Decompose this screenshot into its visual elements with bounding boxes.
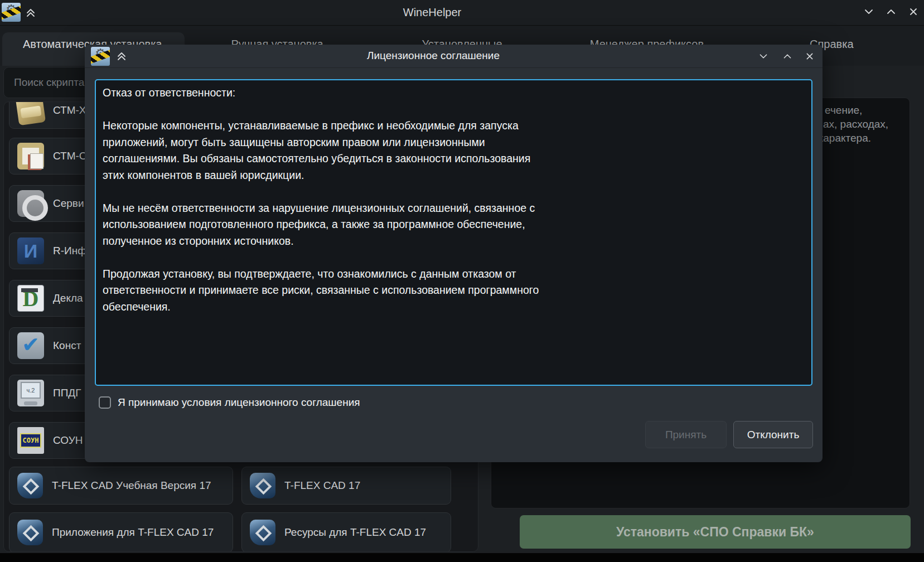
description-fragment: характера. <box>818 132 871 144</box>
window-title: WineHelper <box>403 6 461 19</box>
minimize-button[interactable] <box>862 4 876 19</box>
checkmark-monitor-icon: ✔ <box>17 332 44 359</box>
install-spo-spravki-bk-button[interactable]: Установить «СПО Справки БК» <box>520 515 911 549</box>
desktop-strip <box>0 553 924 562</box>
letter-i-icon: И <box>17 238 44 264</box>
accept-terms-label: Я принимаю условия лицензионного соглаше… <box>118 396 360 409</box>
dialog-minimize-button[interactable] <box>757 50 770 63</box>
dialog-title: Лицензионное соглашение <box>367 50 500 62</box>
winehelper-window: ⚙ WineHelper Автоматическая установка Ру… <box>0 0 924 562</box>
tflex-logo-icon <box>250 473 275 498</box>
license-text: Отказ от ответственности: Некоторые комп… <box>103 85 805 315</box>
maximize-button[interactable] <box>884 4 898 19</box>
accept-button[interactable]: Принять <box>645 421 727 448</box>
tflex-logo-icon <box>17 520 43 545</box>
script-tile-tflex-res[interactable]: Ресурсы для T-FLEX CAD 17 <box>241 512 451 552</box>
accept-terms-row: Я принимаю условия лицензионного соглаше… <box>99 396 360 409</box>
folder-icon <box>16 101 46 125</box>
soun-plate-icon: СОУН <box>17 427 44 454</box>
description-fragment: ечение, <box>825 104 862 117</box>
script-tile-tflex-cad[interactable]: T-FLEX CAD 17 <box>241 467 451 505</box>
winehelper-app-icon: ⚙ <box>91 47 110 66</box>
main-titlebar[interactable]: ⚙ WineHelper <box>0 0 924 26</box>
gray-ring-icon <box>17 190 44 217</box>
license-text-area[interactable]: Отказ от ответственности: Некоторые комп… <box>95 79 812 386</box>
shade-window-icon[interactable] <box>114 49 129 64</box>
script-tile-tflex-edu[interactable]: T-FLEX CAD Учебная Версия 17 <box>9 467 233 505</box>
script-tile-tflex-apps[interactable]: Приложения для T-FLEX CAD 17 <box>9 512 233 552</box>
decline-button[interactable]: Отклонить <box>733 421 813 448</box>
shade-window-icon[interactable] <box>23 6 38 20</box>
tflex-logo-icon <box>17 473 43 498</box>
green-d-document-icon: D <box>17 285 44 312</box>
crt-monitor-icon: ч.2 <box>17 380 44 406</box>
description-fragment: ах, расходах, <box>823 118 888 130</box>
frame-documents-icon <box>17 143 44 169</box>
accept-terms-checkbox[interactable] <box>99 396 111 409</box>
dialog-close-button[interactable] <box>803 50 816 63</box>
dialog-maximize-button[interactable] <box>781 50 794 63</box>
license-agreement-dialog: ⚙ Лицензионное соглашение Отказ от ответ… <box>85 45 823 462</box>
winehelper-app-icon: ⚙ <box>2 3 21 22</box>
tflex-logo-icon <box>250 520 275 545</box>
close-button[interactable] <box>906 4 921 19</box>
dialog-titlebar[interactable]: ⚙ Лицензионное соглашение <box>85 45 823 68</box>
